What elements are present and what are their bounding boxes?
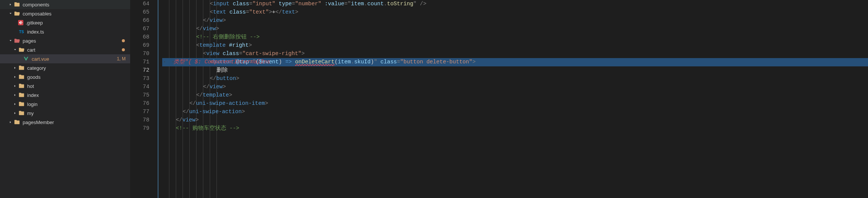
line-number: 77 (131, 108, 149, 116)
folder-icon (18, 92, 25, 98)
line-number: 75 (131, 91, 149, 100)
tree-item-pagesMember[interactable]: pagesMember (0, 118, 130, 127)
folder-icon (14, 10, 20, 17)
code-line[interactable]: </button> (162, 75, 868, 83)
vue-icon (23, 55, 29, 62)
code-line[interactable]: <input class="input" type="number" :valu… (162, 0, 868, 8)
code-line[interactable]: <!-- 右侧删除按钮 --> (162, 33, 868, 41)
git-status-badge: 1, M (117, 56, 130, 61)
git-icon (18, 20, 23, 25)
code-line[interactable]: <view class="cart-swipe-right"> (162, 50, 868, 58)
code-line[interactable]: </view> (162, 116, 868, 124)
tree-label: hot (27, 83, 130, 89)
chevron-right-icon[interactable] (12, 92, 18, 98)
line-number: 65 (131, 8, 149, 17)
chevron-down-icon[interactable] (8, 11, 14, 17)
line-number: 76 (131, 100, 149, 108)
folder-icon (14, 37, 20, 44)
folder-icon (18, 110, 25, 117)
code-text: 删除 (217, 66, 228, 75)
code-text: <view class="cart-swipe-right"> (203, 49, 305, 58)
code-line[interactable]: <!-- 购物车空状态 --> (162, 124, 868, 133)
line-number: 72 (131, 66, 149, 75)
chevron-right-icon[interactable] (12, 65, 18, 71)
chevron-right-icon (17, 56, 23, 62)
folder-icon (14, 1, 20, 8)
code-line[interactable]: 删除 (162, 66, 868, 75)
code-text: </view> (176, 116, 199, 124)
tree-item-goods[interactable]: goods (0, 72, 130, 81)
folder-icon (18, 83, 25, 89)
typescript-icon: TS (18, 28, 25, 35)
line-number: 71 (131, 58, 149, 66)
code-line[interactable]: </uni-swipe-action-item> (162, 100, 868, 108)
code-line[interactable]: · · · · · · · · · · · · · · <button @tap… (162, 58, 868, 66)
chevron-right-icon[interactable] (12, 110, 18, 116)
folder-icon (18, 64, 25, 71)
line-number: 66 (131, 17, 149, 25)
chevron-right-icon[interactable] (12, 101, 18, 107)
tree-item-index[interactable]: index (0, 91, 130, 100)
code-text: </view> (203, 83, 226, 91)
chevron-right-icon[interactable] (12, 74, 18, 80)
tree-label: category (27, 65, 130, 71)
tree-item-pages[interactable]: pages (0, 36, 130, 45)
modified-dot-icon (122, 39, 125, 42)
tree-item-my[interactable]: my (0, 109, 130, 118)
tree-label: pagesMember (23, 120, 130, 125)
line-number: 64 (131, 0, 149, 8)
line-number: 74 (131, 83, 149, 91)
tree-label: index (27, 92, 130, 98)
code-content[interactable]: <input class="input" type="number" :valu… (162, 0, 868, 198)
tree-item-cart[interactable]: cart (0, 45, 130, 54)
tree-label: index.ts (27, 29, 130, 35)
tree-label: composables (23, 11, 130, 17)
chevron-right-icon (12, 29, 18, 35)
fold-column (156, 0, 162, 198)
tree-item-composables[interactable]: composables (0, 9, 130, 18)
line-number: 73 (131, 75, 149, 83)
code-line[interactable]: </view> (162, 83, 868, 91)
code-text: </template> (196, 91, 232, 100)
line-number: 78 (131, 116, 149, 124)
tree-label: login (27, 101, 130, 107)
folder-icon (18, 101, 25, 107)
code-editor[interactable]: 64656667686970717273747576777879 <input … (131, 0, 868, 198)
code-line[interactable]: </view> (162, 25, 868, 33)
chevron-down-icon[interactable] (8, 38, 14, 44)
code-text: <input class="input" type="number" :valu… (210, 0, 426, 9)
tree-label: cart (27, 47, 122, 53)
folder-icon (18, 46, 25, 53)
chevron-right-icon[interactable] (12, 83, 18, 89)
code-line[interactable]: <template #right> (162, 41, 868, 50)
code-line[interactable]: </uni-swipe-action> (162, 108, 868, 116)
tree-item-index-ts[interactable]: TSindex.ts (0, 27, 130, 36)
code-line[interactable]: <text class="text">+</text> (162, 8, 868, 17)
tree-item-cart-vue[interactable]: cart.vue1, M (0, 54, 130, 63)
code-text: </view> (203, 16, 226, 25)
tree-item-login[interactable]: login (0, 100, 130, 109)
line-number-gutter: 64656667686970717273747576777879 (131, 0, 156, 198)
code-line[interactable]: </view> (162, 17, 868, 25)
tree-label: pages (23, 38, 122, 44)
chevron-right-icon[interactable] (8, 119, 14, 125)
chevron-right-icon (12, 20, 18, 26)
code-text: <template #right> (196, 41, 252, 50)
inline-error-hint: 类型"{ $: ComponentInternalIns (174, 58, 270, 66)
tree-item-category[interactable]: category (0, 63, 130, 72)
code-text: </view> (196, 25, 219, 33)
tree-item-components[interactable]: components (0, 0, 130, 9)
tree-label: components (23, 2, 130, 8)
code-line[interactable]: </template> (162, 91, 868, 100)
code-text: </uni-swipe-action> (183, 107, 245, 116)
code-text: <text class="text">+</text> (210, 8, 298, 17)
folder-icon (18, 74, 25, 80)
tree-item-hot[interactable]: hot (0, 81, 130, 91)
chevron-down-icon[interactable] (12, 47, 18, 53)
tree-item--gitkeep[interactable]: .gitkeep (0, 18, 130, 27)
chevron-right-icon[interactable] (8, 2, 14, 8)
folder-icon (14, 119, 20, 126)
file-explorer[interactable]: componentscomposables.gitkeepTSindex.tsp… (0, 0, 131, 198)
code-text: <!-- 右侧删除按钮 --> (196, 33, 260, 41)
code-text: </uni-swipe-action-item> (189, 99, 268, 108)
